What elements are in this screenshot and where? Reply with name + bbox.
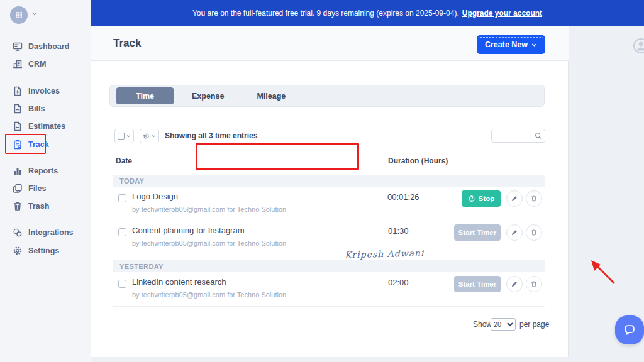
- bulk-actions-dropdown[interactable]: [140, 129, 159, 143]
- org-avatar[interactable]: [10, 6, 28, 24]
- annotation-box-tabs: [196, 143, 359, 170]
- sidebar-item-settings[interactable]: Settings: [13, 245, 59, 256]
- trash-icon: [530, 195, 538, 202]
- column-header-date: Date: [116, 156, 132, 165]
- upgrade-account-link[interactable]: Upgrade your account: [462, 9, 542, 18]
- select-all-checkbox[interactable]: [118, 133, 125, 140]
- sidebar-item-dashboard[interactable]: Dashboard: [13, 41, 69, 52]
- sidebar-item-label: Estimates: [28, 122, 65, 131]
- delete-entry-button[interactable]: [526, 276, 542, 292]
- delete-entry-button[interactable]: [526, 190, 542, 207]
- sidebar: Dashboard CRM Invoices Bills Estimates T…: [0, 0, 91, 362]
- group-header-yesterday: YESTERDAY: [113, 260, 545, 272]
- start-timer-label: Start Timer: [458, 280, 497, 288]
- integrations-icon: [13, 228, 23, 238]
- edit-entry-button[interactable]: [506, 224, 523, 241]
- create-new-label: Create New: [485, 40, 528, 49]
- sidebar-item-label: Track: [28, 140, 49, 149]
- annotation-arrow: [589, 259, 620, 289]
- chevron-down-icon: [126, 134, 131, 138]
- bill-minus-icon: [13, 104, 23, 114]
- stop-timer-label: Stop: [479, 195, 495, 202]
- stop-timer-button[interactable]: Stop: [462, 190, 501, 207]
- column-header-duration: Duration (Hours): [388, 156, 448, 165]
- entry-duration: 02:00: [388, 278, 409, 287]
- sidebar-item-label: CRM: [28, 60, 46, 69]
- start-timer-label: Start Timer: [458, 229, 497, 236]
- entry-title[interactable]: Logo Design: [132, 192, 178, 201]
- entry-title[interactable]: Content planning for Instagram: [132, 226, 245, 235]
- watermark-signature: Kripesh Adwani: [345, 248, 425, 260]
- trash-icon: [13, 201, 23, 211]
- row-divider: [113, 255, 545, 255]
- sidebar-item-label: Reports: [28, 167, 58, 175]
- crm-icon: [13, 59, 23, 69]
- user-avatar-icon[interactable]: [633, 38, 644, 53]
- trash-icon: [530, 229, 538, 236]
- select-all-dropdown[interactable]: [114, 129, 134, 143]
- invoice-plus-icon: [13, 86, 23, 96]
- settings-gear-icon: [13, 246, 23, 256]
- chevron-down-icon: [152, 134, 156, 138]
- dashboard-icon: [13, 41, 23, 52]
- row-checkbox[interactable]: [118, 228, 126, 236]
- group-label: TODAY: [119, 177, 144, 185]
- trash-icon: [530, 280, 538, 288]
- show-label: Show: [473, 320, 492, 329]
- entry-subtitle: by techwriterpb05@gmail.com for Techno S…: [132, 291, 286, 299]
- start-timer-button[interactable]: Start Timer: [454, 224, 501, 241]
- trial-banner: You are on the full-featured free trial.…: [91, 0, 644, 26]
- row-checkbox[interactable]: [118, 280, 126, 288]
- start-timer-button[interactable]: Start Timer: [454, 276, 501, 292]
- sidebar-item-label: Dashboard: [28, 42, 69, 51]
- edit-entry-button[interactable]: [506, 190, 523, 207]
- group-label: YESTERDAY: [119, 263, 164, 270]
- chat-widget-button[interactable]: [615, 315, 644, 344]
- pencil-icon: [511, 229, 518, 236]
- track-content-card: Time Expense Mileage Showing all 3 time …: [91, 61, 569, 357]
- grid-logo-icon: [14, 10, 24, 20]
- reports-bar-chart-icon: [13, 166, 23, 176]
- sidebar-item-invoices[interactable]: Invoices: [13, 85, 60, 97]
- row-divider: [113, 306, 545, 307]
- sidebar-item-track[interactable]: Track: [13, 139, 49, 150]
- sidebar-item-label: Integrations: [28, 228, 74, 237]
- sidebar-item-files[interactable]: Files: [13, 183, 47, 194]
- search-icon: [535, 132, 542, 140]
- entry-subtitle: by techwriterpb05@gmail.com for Techno S…: [132, 206, 286, 213]
- sidebar-item-trash[interactable]: Trash: [13, 200, 49, 212]
- row-divider: [113, 221, 545, 221]
- edit-entry-button[interactable]: [506, 276, 523, 292]
- entry-title[interactable]: LinkedIn content research: [132, 277, 226, 287]
- chat-bubble-icon: [623, 323, 636, 337]
- create-new-button[interactable]: Create New: [477, 35, 545, 54]
- sidebar-item-estimates[interactable]: Estimates: [13, 121, 65, 132]
- page-title: Track: [113, 37, 141, 50]
- files-copy-icon: [13, 184, 23, 194]
- track-clipboard-icon: [13, 140, 23, 150]
- entry-subtitle: by techwriterpb05@gmail.com for Techno S…: [132, 239, 286, 247]
- pencil-icon: [511, 280, 518, 288]
- entries-count-text: Showing all 3 time entries: [165, 131, 257, 140]
- entry-duration: 01:30: [388, 226, 409, 236]
- entry-duration: 00:01:26: [387, 192, 419, 202]
- group-header-today: TODAY: [113, 175, 545, 187]
- tab-expense[interactable]: Expense: [177, 87, 239, 104]
- tab-time[interactable]: Time: [116, 87, 174, 104]
- chevron-down-icon[interactable]: [31, 11, 38, 17]
- per-page-select[interactable]: 20: [491, 318, 516, 331]
- page-header: Track Create New: [91, 26, 569, 61]
- tab-mileage[interactable]: Mileage: [242, 87, 301, 104]
- timer-icon: [468, 195, 475, 202]
- track-tabbar: Time Expense Mileage: [109, 85, 545, 107]
- delete-entry-button[interactable]: [526, 224, 542, 241]
- sidebar-item-bills[interactable]: Bills: [13, 103, 45, 114]
- sidebar-item-crm[interactable]: CRM: [13, 58, 46, 70]
- sidebar-item-reports[interactable]: Reports: [13, 165, 58, 177]
- per-page-label: per page: [519, 320, 549, 329]
- sidebar-item-label: Trash: [28, 202, 49, 211]
- row-checkbox[interactable]: [118, 194, 126, 202]
- sidebar-item-integrations[interactable]: Integrations: [13, 227, 74, 238]
- estimate-icon: [13, 121, 23, 131]
- pencil-icon: [511, 195, 518, 202]
